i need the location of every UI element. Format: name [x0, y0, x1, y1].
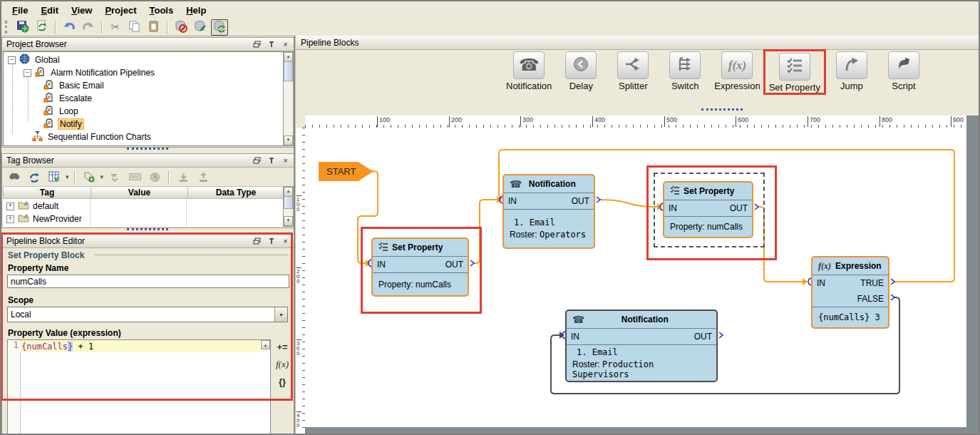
- block-title: Notification: [526, 179, 578, 189]
- editor-scroll-up[interactable]: ▲: [261, 340, 270, 349]
- pin-icon[interactable]: [267, 237, 276, 245]
- db-sync-button[interactable]: [211, 19, 228, 36]
- menu-project[interactable]: Project: [98, 3, 143, 18]
- publish-button[interactable]: [33, 19, 51, 36]
- db-block-button[interactable]: [172, 19, 190, 36]
- column-header-tag[interactable]: Tag: [3, 186, 91, 199]
- panel-resize-handle[interactable]: [127, 148, 168, 152]
- toolbar-separator: [55, 21, 56, 34]
- menu-file[interactable]: File: [6, 3, 34, 18]
- expand-icon[interactable]: +: [6, 203, 14, 210]
- palette-splitter[interactable]: Splitter: [610, 51, 656, 91]
- scope-select[interactable]: Local ▼: [7, 307, 288, 322]
- opc-browse-button[interactable]: OPC: [126, 169, 143, 185]
- pipeline-icon: [43, 92, 54, 105]
- scroll-up-button[interactable]: ▲: [284, 52, 293, 62]
- float-icon[interactable]: [252, 237, 262, 245]
- close-icon[interactable]: ×: [281, 40, 290, 48]
- copy-button[interactable]: [126, 19, 143, 36]
- menu-tools[interactable]: Tools: [143, 3, 180, 18]
- paste-button[interactable]: [145, 19, 163, 36]
- column-header-datatype[interactable]: Data Type: [188, 186, 284, 199]
- palette-expression[interactable]: f(x) Expression: [714, 51, 760, 91]
- close-icon[interactable]: ×: [281, 156, 290, 165]
- browse-tags-button[interactable]: [106, 169, 123, 185]
- tree-item-global[interactable]: − Global: [8, 53, 61, 66]
- set-property-block-1[interactable]: Set Property IN OUT Property: numCalls: [371, 237, 469, 297]
- import-tags-button[interactable]: [175, 169, 192, 185]
- toolbar-separator: [101, 21, 103, 34]
- find-tag-button[interactable]: [6, 169, 23, 185]
- tag-history-button[interactable]: [146, 169, 163, 185]
- notification-block-1[interactable]: ☎ Notification IN OUT 1. Email Roster: O…: [502, 174, 595, 249]
- tree-item-sfc[interactable]: Sequential Function Charts: [32, 130, 153, 143]
- scroll-down-button[interactable]: ▼: [284, 135, 293, 145]
- palette-notification[interactable]: ☎ Notification: [506, 51, 552, 91]
- block-detail: {numCalls} 3: [813, 307, 888, 327]
- palette-switch[interactable]: Switch: [662, 51, 708, 91]
- pin-icon[interactable]: [267, 156, 276, 165]
- expression-editor[interactable]: 1 {numCalls} + 1 ▲: [7, 339, 271, 435]
- menu-help[interactable]: Help: [180, 3, 212, 18]
- column-header-value[interactable]: Value: [91, 186, 188, 199]
- redo-button[interactable]: [80, 19, 97, 36]
- toolbar-grip[interactable]: [5, 21, 10, 34]
- save-button[interactable]: [14, 19, 31, 36]
- palette-delay[interactable]: Delay: [558, 51, 604, 91]
- add-tag-button[interactable]: [81, 169, 98, 185]
- column-divider: [90, 199, 91, 227]
- tree-item-basic-email[interactable]: Basic Email: [43, 79, 105, 92]
- scroll-thumb[interactable]: [284, 61, 293, 81]
- main-splitter[interactable]: [294, 36, 296, 434]
- panel-resize-handle[interactable]: [127, 228, 168, 232]
- tree-item-escalate[interactable]: Escalate: [43, 92, 93, 105]
- tree-item-label: Basic Email: [58, 81, 105, 91]
- scroll-up-button[interactable]: ▲: [284, 187, 293, 197]
- function-button[interactable]: f(x): [276, 359, 289, 370]
- scroll-thumb[interactable]: [284, 196, 293, 209]
- tree-item-alarm-pipelines[interactable]: − Alarm Notification Pipelines: [24, 66, 156, 79]
- tag-table-scrollbar[interactable]: ▲ ▼: [283, 186, 294, 227]
- collapse-icon[interactable]: −: [8, 56, 16, 64]
- notification-block-2[interactable]: ☎ Notification IN OUT 1. Email Roster: P…: [565, 309, 718, 382]
- pipeline-canvas[interactable]: START Set Property IN OUT Property: numC…: [305, 128, 966, 427]
- dropdown-icon[interactable]: ▾: [66, 173, 69, 180]
- refresh-tags-button[interactable]: [26, 169, 43, 185]
- section-rule: [95, 255, 289, 255]
- collapse-icon[interactable]: −: [24, 69, 31, 77]
- float-icon[interactable]: [252, 40, 262, 48]
- menu-edit[interactable]: Edit: [34, 3, 65, 18]
- pin-icon[interactable]: [267, 40, 276, 48]
- cut-button[interactable]: ✂: [107, 19, 124, 36]
- export-tags-button[interactable]: [195, 169, 212, 185]
- tag-columns-button[interactable]: [46, 169, 63, 185]
- combo-arrow-icon[interactable]: ▼: [274, 307, 287, 322]
- float-icon[interactable]: [252, 156, 262, 165]
- tag-row-default[interactable]: + default: [6, 200, 58, 213]
- property-name-input[interactable]: [7, 275, 289, 288]
- expression-side-buttons: += f(x) {}: [273, 342, 292, 387]
- expression-block[interactable]: f(x) Expression IN TRUE FALSE {numCalls}…: [811, 256, 889, 329]
- expand-icon[interactable]: +: [6, 215, 14, 223]
- project-tree-scrollbar[interactable]: ▲ ▼: [283, 51, 294, 146]
- true-port-label: TRUE: [860, 278, 884, 288]
- block-ports: IN OUT: [664, 200, 752, 217]
- palette-jump[interactable]: Jump: [829, 51, 875, 91]
- tag-row-newprovider[interactable]: + NewProvider: [6, 213, 82, 225]
- scroll-down-button[interactable]: ▼: [284, 216, 293, 226]
- assign-operator-button[interactable]: +=: [277, 342, 287, 352]
- braces-button[interactable]: {}: [279, 377, 286, 387]
- menu-view[interactable]: View: [65, 3, 98, 18]
- set-property-block-2[interactable]: Set Property IN OUT Property: numCalls: [663, 181, 753, 238]
- workspace-resize-handle[interactable]: [701, 108, 743, 113]
- palette-set-property[interactable]: Set Property: [769, 53, 820, 93]
- tree-item-loop[interactable]: Loop: [43, 105, 80, 118]
- tree-item-label: Alarm Notification Pipelines: [49, 68, 156, 78]
- palette-script[interactable]: Script: [881, 51, 927, 91]
- db-export-button[interactable]: [192, 19, 209, 36]
- block-header: f(x) Expression: [813, 257, 888, 275]
- tree-item-notify[interactable]: Notify: [43, 118, 84, 130]
- undo-button[interactable]: [61, 19, 78, 36]
- close-icon[interactable]: ×: [281, 237, 290, 245]
- dropdown-icon[interactable]: ▾: [100, 173, 104, 180]
